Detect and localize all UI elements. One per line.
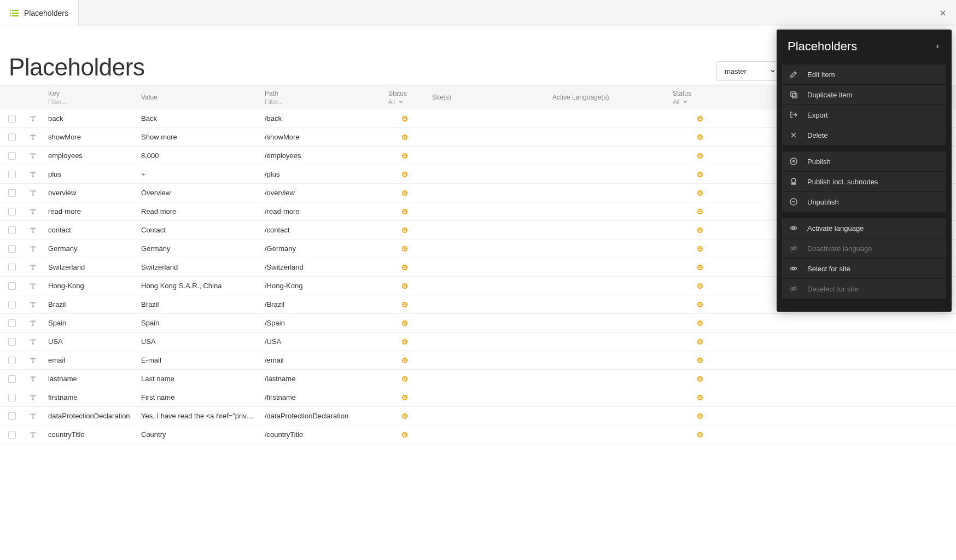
text-type-icon bbox=[30, 171, 37, 178]
row-status-2 bbox=[667, 432, 733, 438]
action-eye[interactable]: Select for site bbox=[782, 259, 946, 278]
tab-placeholders[interactable]: Placeholders bbox=[0, 0, 79, 26]
row-checkbox[interactable] bbox=[8, 357, 16, 364]
status-dot-icon bbox=[697, 172, 703, 177]
table-row[interactable]: dataProtectionDeclarationYes, I have rea… bbox=[0, 407, 956, 425]
row-type-cell bbox=[24, 226, 43, 234]
action-eye-off: Deactivate language bbox=[782, 238, 946, 258]
table-row[interactable]: countryTitleCountry/countryTitle bbox=[0, 425, 956, 444]
action-label: Duplicate item bbox=[807, 91, 852, 99]
action-edit[interactable]: Edit item bbox=[782, 65, 946, 84]
row-checkbox[interactable] bbox=[8, 133, 16, 141]
row-path: /overview bbox=[259, 184, 383, 202]
row-checkbox[interactable] bbox=[8, 226, 16, 234]
action-label: Activate language bbox=[807, 224, 864, 232]
action-label: Export bbox=[807, 111, 828, 119]
row-checkbox[interactable] bbox=[8, 115, 16, 122]
row-checkbox[interactable] bbox=[8, 152, 16, 160]
row-checkbox[interactable] bbox=[8, 412, 16, 420]
row-checkbox[interactable] bbox=[8, 319, 16, 327]
status-dot-icon bbox=[402, 283, 407, 289]
action-publish[interactable]: Publish bbox=[782, 151, 946, 171]
row-type-cell bbox=[24, 412, 43, 420]
row-checkbox[interactable] bbox=[8, 264, 16, 271]
status-dot-icon bbox=[697, 209, 703, 214]
text-type-icon bbox=[30, 226, 37, 234]
col-key-filter: Filter... bbox=[48, 98, 130, 105]
row-checkbox[interactable] bbox=[8, 375, 16, 383]
row-value: Switzerland bbox=[136, 258, 259, 277]
row-path: /dataProtectionDeclaration bbox=[259, 407, 383, 425]
col-value[interactable]: Value bbox=[136, 86, 259, 109]
row-checkbox[interactable] bbox=[8, 431, 16, 439]
row-key: employees bbox=[43, 147, 136, 165]
action-group: PublishPublish incl. subnodesUnpublish bbox=[777, 151, 952, 212]
table-row[interactable]: USAUSA/USA bbox=[0, 332, 956, 351]
action-unpublish[interactable]: Unpublish bbox=[782, 192, 946, 212]
row-checkbox-cell bbox=[0, 394, 24, 401]
row-key: read-more bbox=[43, 202, 136, 221]
table-row[interactable]: lastnameLast name/lastname bbox=[0, 370, 956, 388]
row-path: /countryTitle bbox=[259, 425, 383, 444]
row-type-cell bbox=[24, 245, 43, 253]
close-button[interactable] bbox=[930, 0, 956, 26]
text-type-icon bbox=[30, 189, 37, 197]
row-status-2 bbox=[667, 172, 733, 177]
col-status[interactable]: Status All bbox=[383, 86, 427, 109]
status-dot-icon bbox=[697, 190, 703, 196]
row-key: Spain bbox=[43, 314, 136, 332]
col-key[interactable]: Key Filter... bbox=[43, 86, 136, 109]
action-eye[interactable]: Activate language bbox=[782, 218, 946, 238]
action-duplicate[interactable]: Duplicate item bbox=[782, 85, 946, 104]
action-publish-sub[interactable]: Publish incl. subnodes bbox=[782, 172, 946, 191]
chevron-down-icon bbox=[770, 68, 776, 74]
status-dot-icon bbox=[697, 265, 703, 270]
action-delete[interactable]: Delete bbox=[782, 125, 946, 145]
row-key: Switzerland bbox=[43, 258, 136, 277]
status-dot-icon bbox=[402, 116, 407, 121]
row-checkbox[interactable] bbox=[8, 301, 16, 308]
status-dot-icon bbox=[697, 135, 703, 140]
panel-header[interactable]: Placeholders bbox=[777, 30, 952, 65]
row-value: Brazil bbox=[136, 295, 259, 314]
row-checkbox[interactable] bbox=[8, 208, 16, 215]
row-checkbox[interactable] bbox=[8, 338, 16, 346]
row-value: E-mail bbox=[136, 351, 259, 370]
row-status-2 bbox=[667, 339, 733, 345]
row-checkbox[interactable] bbox=[8, 189, 16, 197]
table-row[interactable]: firstnameFirst name/firstname bbox=[0, 388, 956, 407]
row-checkbox[interactable] bbox=[8, 282, 16, 290]
row-checkbox[interactable] bbox=[8, 245, 16, 253]
action-export[interactable]: Export bbox=[782, 105, 946, 125]
row-type-cell bbox=[24, 208, 43, 215]
action-label: Select for site bbox=[807, 265, 850, 273]
table-row[interactable]: emailE-mail/email bbox=[0, 351, 956, 370]
branch-select[interactable]: master bbox=[716, 61, 782, 81]
row-value: Contact bbox=[136, 221, 259, 240]
row-status-2 bbox=[667, 413, 733, 419]
status-dot-icon bbox=[697, 283, 703, 289]
table-row[interactable]: SpainSpain/Spain bbox=[0, 314, 956, 332]
row-type-cell bbox=[24, 171, 43, 178]
row-path: /email bbox=[259, 351, 383, 370]
action-eye-off: Deselect for site bbox=[782, 279, 946, 299]
row-checkbox[interactable] bbox=[8, 171, 16, 178]
action-label: Deselect for site bbox=[807, 285, 858, 293]
col-languages[interactable]: Active Language(s) bbox=[547, 86, 667, 109]
status-dot-icon bbox=[697, 153, 703, 159]
row-checkbox-cell bbox=[0, 375, 24, 383]
row-value: USA bbox=[136, 332, 259, 351]
row-status bbox=[383, 358, 427, 363]
row-checkbox-cell bbox=[0, 338, 24, 346]
row-path: /contact bbox=[259, 221, 383, 240]
col-status-2[interactable]: Status All bbox=[667, 86, 733, 109]
col-type bbox=[24, 86, 43, 109]
status-dot-icon bbox=[402, 265, 407, 270]
row-status bbox=[383, 432, 427, 438]
row-checkbox-cell bbox=[0, 357, 24, 364]
col-sites[interactable]: Site(s) bbox=[427, 86, 547, 109]
col-path[interactable]: Path Filter... bbox=[259, 86, 383, 109]
row-type-cell bbox=[24, 319, 43, 327]
row-checkbox[interactable] bbox=[8, 394, 16, 401]
row-status bbox=[383, 376, 427, 382]
